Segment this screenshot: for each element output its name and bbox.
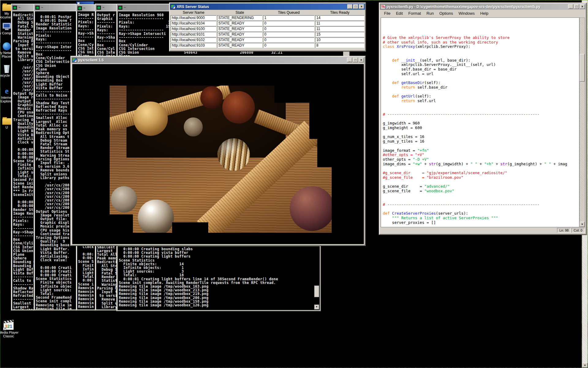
table-cell[interactable]: 0 bbox=[263, 32, 315, 37]
close-button[interactable]: × bbox=[359, 4, 364, 9]
scrollbar[interactable]: ▼ bbox=[314, 246, 319, 309]
code-line bbox=[383, 180, 579, 185]
table-header-row: Server NameStateTiles QueuedTiles Ready bbox=[171, 10, 364, 15]
code-line: server_proxies = [] bbox=[383, 220, 579, 225]
code-line: # --------------------------------------… bbox=[383, 112, 579, 117]
editor-titlebar[interactable]: Tk pyxrsclient5.py - D:\cygwin\home\them… bbox=[380, 3, 586, 10]
code-line bbox=[383, 166, 579, 171]
scroll-down-icon[interactable]: ▼ bbox=[314, 305, 319, 309]
pyxr-titlebar[interactable]: pyxrsclient 1.5 _ □ × bbox=[71, 57, 365, 63]
xrs-titlebar[interactable]: XRS Server Status _ □ × bbox=[170, 3, 365, 10]
code-line bbox=[383, 144, 579, 148]
code-line bbox=[383, 54, 579, 58]
menu-help[interactable]: Help bbox=[478, 11, 491, 16]
column-header[interactable]: Tiles Queued bbox=[263, 10, 315, 15]
menu-run[interactable]: Run bbox=[424, 11, 436, 16]
table-cell[interactable]: STATE_READY bbox=[217, 26, 262, 31]
minimize-button[interactable]: _ bbox=[347, 4, 352, 9]
editor-window[interactable]: Tk pyxrsclient5.py - D:\cygwin\home\them… bbox=[379, 2, 587, 235]
code-line bbox=[383, 198, 579, 202]
scrollbar[interactable]: ▼ bbox=[579, 17, 585, 227]
terminal-titlebar[interactable]: ~ bbox=[34, 4, 79, 11]
desktop-icon-media-player-classic[interactable]: 321 ↗ Media Player Classic bbox=[2, 321, 15, 338]
maximize-button[interactable]: □ bbox=[574, 4, 579, 9]
table-cell[interactable]: 14 bbox=[315, 15, 364, 20]
table-cell[interactable]: 0 bbox=[263, 37, 315, 42]
terminal-icon bbox=[13, 6, 17, 10]
render-sphere-small-gray bbox=[184, 117, 203, 136]
code-line: return self.url bbox=[383, 99, 579, 103]
table-row[interactable]: http://localhost:9102STATE_READY010 bbox=[171, 37, 364, 42]
code-line bbox=[383, 76, 579, 81]
render-viewport bbox=[72, 64, 364, 244]
scroll-down-icon[interactable]: ▼ bbox=[582, 363, 588, 368]
table-cell[interactable]: 11 bbox=[315, 21, 364, 26]
render-log-console[interactable]: 0:00:00 Creating bounding slabs 0:00:00 … bbox=[116, 239, 321, 311]
code-line: def getUrl(self): bbox=[383, 94, 579, 99]
terminal-body[interactable]: 0:00:00 Creating bounding slabs 0:00:00 … bbox=[118, 246, 320, 310]
code-line: class XrsProxy(xmlrpclib.ServerProxy): bbox=[383, 44, 579, 49]
code-line: return self.base_dir bbox=[383, 85, 579, 90]
column-header[interactable]: Server Name bbox=[171, 10, 217, 15]
code-line: self.url = url bbox=[383, 72, 579, 76]
shortcut-arrow-icon: ↗ bbox=[3, 327, 6, 330]
table-cell[interactable]: 0 bbox=[263, 21, 315, 26]
table-cell[interactable]: http://localhost:9103 bbox=[171, 43, 217, 48]
xrs-server-status-window[interactable]: XRS Server Status _ □ × Server NameState… bbox=[169, 2, 366, 52]
scrollbar-thumb[interactable] bbox=[580, 54, 585, 82]
table-cell[interactable]: STATE_READY bbox=[217, 43, 262, 48]
table-row[interactable]: http://localhost:9103STATE_READY08 bbox=[171, 43, 364, 48]
column-header[interactable]: State bbox=[217, 10, 262, 15]
table-row[interactable]: http://localhost:9000STATE_RENDERING114 bbox=[171, 15, 364, 20]
menu-windows[interactable]: Windows bbox=[456, 11, 477, 16]
table-row[interactable]: http://localhost:9101STATE_READY015 bbox=[171, 32, 364, 37]
table-cell[interactable]: STATE_RENDERING bbox=[217, 15, 262, 20]
icon-label: Media Player Classic bbox=[0, 331, 19, 338]
menu-format[interactable]: Format bbox=[406, 11, 423, 16]
maximize-button[interactable]: □ bbox=[353, 4, 358, 9]
menu-options[interactable]: Options bbox=[437, 11, 455, 16]
terminal-icon bbox=[77, 6, 82, 10]
table-cell[interactable]: http://localhost:9104 bbox=[171, 21, 217, 26]
table-cell[interactable]: 11 bbox=[315, 26, 364, 31]
terminal-titlebar[interactable]: ~ bbox=[77, 5, 96, 11]
table-cell[interactable]: http://localhost:9102 bbox=[171, 37, 217, 42]
render-sphere-gold bbox=[134, 102, 168, 136]
scrollbar-thumb[interactable] bbox=[314, 286, 319, 297]
table-cell[interactable]: http://localhost:9101 bbox=[171, 32, 217, 37]
table-cell[interactable]: STATE_READY bbox=[217, 21, 262, 26]
render-sphere-mahogany bbox=[222, 91, 255, 124]
code-line: # --------------------------------------… bbox=[383, 202, 579, 207]
table-cell[interactable]: STATE_READY bbox=[217, 37, 262, 42]
table-cell[interactable]: http://localhost:9000 bbox=[171, 15, 217, 20]
code-line: g_scene_file = "woodbox.pov" bbox=[383, 189, 579, 194]
table-row[interactable]: http://localhost:9104STATE_READY011 bbox=[171, 21, 364, 26]
code-line bbox=[383, 207, 579, 212]
table-cell[interactable]: http://localhost:9100 bbox=[171, 26, 217, 31]
app-icon bbox=[171, 5, 175, 9]
close-button[interactable]: × bbox=[580, 4, 585, 9]
maximize-button[interactable]: □ bbox=[353, 58, 358, 62]
code-line: other_opts = "-D +V" bbox=[383, 157, 579, 162]
code-line: image_dims = "+w" + str(g_imgwidth) + " … bbox=[383, 162, 579, 167]
window-title: ~ bbox=[41, 6, 78, 10]
table-cell[interactable]: 0 bbox=[263, 26, 315, 31]
table-cell[interactable]: 8 bbox=[315, 43, 364, 48]
close-button[interactable]: × bbox=[359, 58, 364, 62]
table-cell[interactable]: STATE_READY bbox=[217, 32, 262, 37]
column-header[interactable]: Tiles Ready bbox=[315, 10, 364, 15]
minimize-button[interactable]: _ bbox=[568, 4, 573, 9]
table-cell[interactable]: 0 bbox=[263, 43, 315, 48]
code-line bbox=[383, 130, 579, 135]
table-row[interactable]: http://localhost:9100STATE_READY011 bbox=[171, 26, 364, 31]
minimize-button[interactable]: _ bbox=[347, 58, 352, 62]
code-line: g_num_x_tiles = 16 bbox=[383, 135, 579, 139]
menu-file[interactable]: File bbox=[382, 11, 393, 16]
menu-edit[interactable]: Edit bbox=[394, 11, 405, 16]
code-editor-area[interactable]: # Give the xmlrpclib's ServerProxy the a… bbox=[381, 17, 579, 227]
table-cell[interactable]: 15 bbox=[315, 32, 364, 37]
scroll-down-icon[interactable]: ▼ bbox=[580, 222, 585, 227]
table-cell[interactable]: 10 bbox=[315, 37, 364, 42]
table-cell[interactable]: 1 bbox=[263, 15, 315, 20]
pyxrsclient-window[interactable]: pyxrsclient 1.5 _ □ × bbox=[70, 56, 366, 246]
